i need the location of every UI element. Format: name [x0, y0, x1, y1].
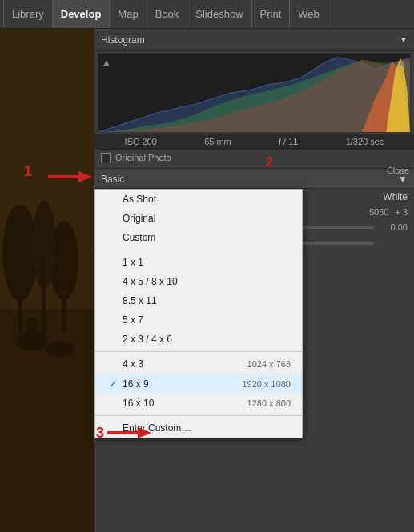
dropdown-item-original[interactable]: Original — [95, 209, 302, 228]
basic-panel-arrow[interactable]: ▼ — [398, 174, 408, 185]
exposure-value: 0.00 — [379, 222, 408, 232]
svg-rect-12 — [0, 29, 94, 532]
basic-panel-title: Basic — [101, 174, 124, 185]
label-custom: Custom — [119, 232, 291, 243]
exif-iso: ISO 200 — [125, 137, 157, 146]
histogram-header: Histogram ▼ — [94, 29, 414, 51]
histogram-title: Histogram — [101, 34, 145, 46]
histogram-box: ▲ ▲ — [98, 53, 411, 133]
label-4x5: 4 x 5 / 8 x 10 — [119, 276, 291, 287]
size-4x3: 1024 x 768 — [247, 359, 291, 369]
dropdown-item-as-shot[interactable]: As Shot — [95, 190, 302, 209]
label-original: Original — [119, 213, 291, 224]
basic-panel-header: Basic ▼ — [94, 170, 414, 189]
size-16x9: 1920 x 1080 — [242, 379, 291, 389]
size-16x10: 1280 x 800 — [247, 398, 291, 408]
nav-bar: Library Develop Map Book Slideshow Print… — [0, 0, 414, 29]
annotation-3-label: 3 — [96, 425, 104, 442]
exif-bar: ISO 200 65 mm f / 11 1/320 sec — [94, 134, 414, 150]
nav-item-develop[interactable]: Develop — [53, 0, 111, 28]
close-button[interactable]: Close — [387, 166, 409, 175]
divider-2 — [95, 351, 302, 352]
nav-item-slideshow[interactable]: Slideshow — [187, 0, 251, 28]
val-tint: + 3 — [395, 207, 408, 217]
main-layout: Histogram ▼ ▲ ▲ ISO 20 — [0, 29, 414, 532]
dropdown-item-4x5[interactable]: 4 x 5 / 8 x 10 — [95, 272, 302, 291]
histogram-collapse-icon[interactable]: ▼ — [400, 35, 408, 44]
arrow-1-svg — [48, 168, 92, 186]
wb-value[interactable]: White — [383, 191, 408, 202]
dropdown-item-8.5x11[interactable]: 8.5 x 11 — [95, 291, 302, 310]
histogram-chart — [98, 54, 410, 132]
hist-nav-right-icon[interactable]: ▲ — [397, 57, 407, 68]
dropdown-item-16x10[interactable]: 16 x 10 1280 x 800 — [95, 394, 302, 413]
photo-placeholder — [0, 29, 94, 532]
dropdown-item-5x7[interactable]: 5 x 7 — [95, 310, 302, 330]
label-16x10: 16 x 10 — [119, 398, 247, 409]
right-panel: Histogram ▼ ▲ ▲ ISO 20 — [94, 29, 414, 532]
arrow-3-svg — [107, 424, 151, 442]
annotation-2: 2 — [266, 155, 273, 170]
original-photo-label: Original Photo — [115, 153, 171, 162]
svg-marker-31 — [107, 427, 151, 438]
divider-1 — [95, 250, 302, 250]
check-16x9: ✓ — [107, 378, 119, 390]
photo-svg — [0, 29, 94, 532]
nav-item-library[interactable]: Library — [3, 0, 53, 28]
val-temp: 5050 — [369, 207, 388, 217]
label-2x3: 2 x 3 / 4 x 6 — [119, 334, 291, 345]
label-4x3: 4 x 3 — [119, 358, 247, 370]
nav-item-book[interactable]: Book — [147, 0, 188, 28]
nav-item-print[interactable]: Print — [252, 0, 291, 28]
dropdown-item-1x1[interactable]: 1 x 1 — [95, 253, 302, 272]
exif-focal: 65 mm — [204, 137, 231, 146]
hist-nav-left-icon[interactable]: ▲ — [102, 57, 111, 68]
dropdown-item-custom[interactable]: Custom — [95, 228, 302, 247]
label-as-shot: As Shot — [119, 194, 291, 205]
label-8.5x11: 8.5 x 11 — [119, 295, 291, 306]
svg-marker-19 — [48, 171, 92, 182]
aspect-dropdown-menu: As Shot Original Custom 1 x 1 4 x 5 / 8 — [94, 189, 303, 438]
original-photo-checkbox[interactable] — [101, 153, 111, 162]
exif-aperture: f / 11 — [279, 137, 298, 146]
annotation-1: 1 — [24, 163, 32, 180]
nav-item-web[interactable]: Web — [290, 0, 328, 28]
close-row: Close — [94, 163, 414, 169]
label-16x9: 16 x 9 — [119, 378, 242, 390]
label-5x7: 5 x 7 — [119, 314, 291, 326]
dropdown-item-16x9[interactable]: ✓ 16 x 9 1920 x 1080 — [95, 374, 302, 394]
photo-panel — [0, 29, 94, 532]
annotation-3-container: 3 — [96, 424, 151, 442]
nav-item-map[interactable]: Map — [110, 0, 147, 28]
dropdown-item-4x3[interactable]: 4 x 3 1024 x 768 — [95, 354, 302, 374]
divider-3 — [95, 415, 302, 416]
exif-shutter: 1/320 sec — [346, 137, 384, 146]
dropdown-item-2x3[interactable]: 2 x 3 / 4 x 6 — [95, 330, 302, 349]
label-1x1: 1 x 1 — [119, 257, 291, 268]
